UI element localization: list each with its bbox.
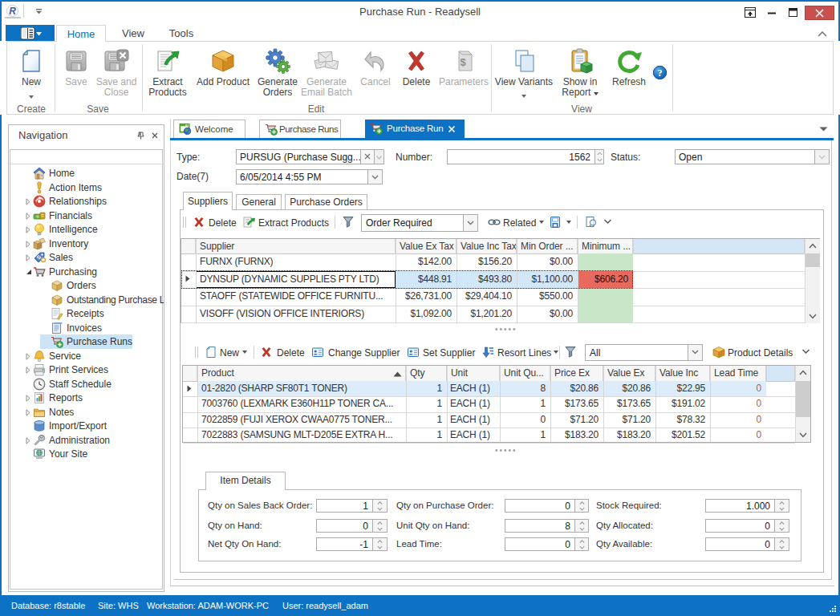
svg-text:$: $ (460, 56, 466, 68)
svg-text:?: ? (658, 67, 663, 79)
